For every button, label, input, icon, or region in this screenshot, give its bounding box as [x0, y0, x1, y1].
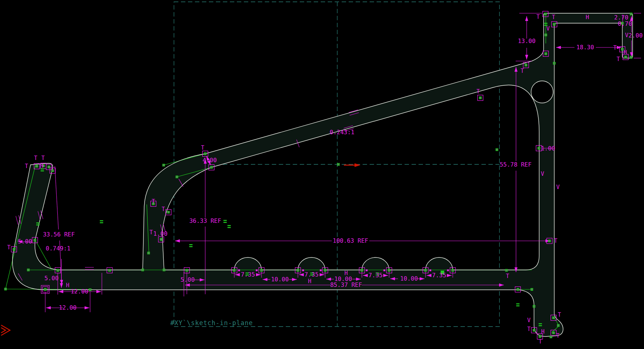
constraint-tangent[interactable]: T	[536, 14, 540, 20]
constraint-tangent[interactable]: T	[41, 155, 45, 161]
dim-mid-width-ref[interactable]: 100.63 REF	[333, 237, 368, 244]
dim-hook-width[interactable]: 18.30	[576, 44, 594, 51]
dim-arm-height-ref[interactable]: 33.56 REF	[43, 231, 75, 238]
constraint-horizontal[interactable]: H	[623, 49, 627, 56]
dim-hook-lip[interactable]: 2.00	[629, 32, 643, 39]
dim-neck-offset[interactable]: 1.00	[541, 145, 555, 152]
dim-bump-width-4[interactable]: 7.35	[432, 272, 446, 279]
dim-bottom-span-ref[interactable]: 85.37 REF	[330, 281, 362, 288]
constraint-tangent[interactable]: T	[520, 68, 524, 74]
dim-right-height-ref[interactable]: 55.78 REF	[500, 161, 532, 168]
dim-bump-gap-1[interactable]: 10.00	[271, 276, 289, 283]
constraint-horizontal[interactable]: H	[308, 278, 311, 285]
constraint-horizontal[interactable]: H	[586, 14, 589, 21]
dim-bump-width-3[interactable]: 7.35	[369, 272, 383, 279]
constraint-tangent[interactable]: T	[613, 44, 616, 51]
constraint-tangent[interactable]: T	[152, 198, 155, 205]
dim-diagonal-slope[interactable]: 0.243:1	[330, 129, 354, 136]
dim-mid-height-ref[interactable]: 36.33 REF	[189, 217, 221, 224]
constraint-vertical[interactable]: V	[546, 25, 549, 32]
dim-foot-offset-lower[interactable]: 12.00	[59, 304, 77, 311]
dim-hook-wall-inner[interactable]: 0.70	[618, 20, 632, 27]
constraint-tangent[interactable]: T	[556, 332, 559, 339]
constraint-tangent[interactable]: T	[201, 145, 204, 151]
dim-rail-thickness[interactable]: 5.00	[45, 275, 59, 282]
sketch-plane-label[interactable]: #XY`\sketch-in-plane	[170, 319, 253, 327]
dim-upright-radius[interactable]: 1.00	[153, 230, 168, 237]
sketch-profile-fill	[13, 13, 633, 336]
dim-bump-width-2[interactable]: 7.35	[305, 271, 319, 278]
constraint-vertical[interactable]: V	[527, 317, 530, 324]
sketch-orientation-arrow	[1, 325, 10, 335]
dim-hook-height[interactable]: 13.00	[518, 38, 536, 44]
dim-chain-start[interactable]: 5.00	[181, 276, 195, 283]
constraint-tangent[interactable]: T	[161, 206, 165, 213]
constraint-tangent[interactable]: T	[527, 326, 530, 332]
x-axis-arrow	[344, 163, 360, 167]
constraint-vertical[interactable]: V	[556, 184, 559, 190]
dim-diagonal-thickness[interactable]: 4.00	[203, 157, 217, 164]
constraint-tangent[interactable]: T	[538, 338, 542, 345]
dim-foot-offset-upper[interactable]: 12.00	[71, 288, 88, 295]
dim-arm-gap[interactable]: 5.00	[18, 238, 32, 245]
cad-viewport[interactable]: TTTTTTTTTTTTTTTTTTTT HHHHHHH VVVVV 13.00…	[0, 0, 644, 349]
dim-bump-width-1[interactable]: 7.35	[241, 271, 255, 278]
dim-arm-slope[interactable]: 0.749:1	[46, 245, 70, 252]
constraint-tangent[interactable]: T	[476, 88, 480, 95]
constraint-tangent[interactable]: T	[616, 56, 620, 63]
constraint-tangent[interactable]: T	[149, 229, 153, 236]
constraint-tangent[interactable]: T	[552, 14, 555, 21]
constraint-tangent[interactable]: T	[25, 163, 28, 170]
constraint-vertical[interactable]: V	[541, 171, 544, 177]
constraint-vertical[interactable]: V	[625, 32, 628, 39]
constraint-tangent[interactable]: T	[554, 238, 557, 244]
constraint-horizontal[interactable]: H	[541, 328, 544, 335]
constraint-horizontal[interactable]: H	[66, 282, 69, 289]
constraint-horizontal[interactable]: H	[40, 163, 43, 169]
constraint-tangent[interactable]: T	[7, 244, 10, 251]
dim-bump-gap-3[interactable]: 10.00	[400, 275, 418, 282]
constraint-tangent[interactable]: T	[558, 311, 561, 318]
sketcher-canvas[interactable]: TTTTTTTTTTTTTTTTTTTT HHHHHHH VVVVV 13.00…	[0, 0, 644, 349]
constraint-tangent[interactable]: T	[34, 155, 37, 161]
constraint-tangent[interactable]: T	[506, 273, 509, 279]
